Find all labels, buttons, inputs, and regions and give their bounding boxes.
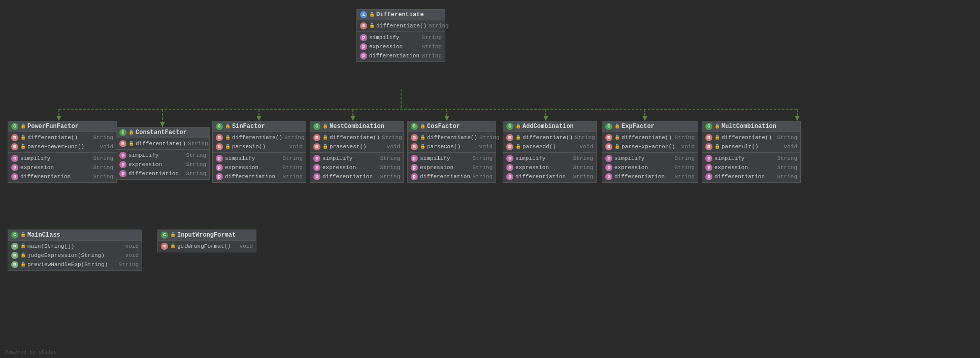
table-row: p simpilify String xyxy=(702,154,800,163)
table-row: m 🔒 parseSin() void xyxy=(213,142,306,151)
badge-field: p xyxy=(411,164,418,171)
lock-icon: 🔒 xyxy=(20,124,25,129)
node-title: ConstantFactor xyxy=(136,129,187,136)
badge-field: p xyxy=(605,173,612,180)
node-header: C 🔒 ConstantFactor xyxy=(116,127,209,138)
table-row: p expression String xyxy=(602,163,698,172)
badge-field: p xyxy=(119,161,126,168)
badge-field: p xyxy=(216,173,223,180)
node-exp-factor[interactable]: C 🔒 ExpFactor m 🔒 differentiate() String… xyxy=(602,121,698,183)
badge-field: p xyxy=(216,164,223,171)
badge-method: m xyxy=(11,252,18,259)
node-differentiate[interactable]: I 🔒 Differentiate m 🔒 differentiate() St… xyxy=(356,9,445,62)
table-row: p simpilify String xyxy=(602,154,698,163)
node-fields: p simpilify String p expression String p… xyxy=(602,153,698,182)
table-row: p expression String xyxy=(213,163,306,172)
badge-method: m xyxy=(11,143,18,150)
node-mult-combination[interactable]: C 🔒 MultCombination m 🔒 differentiate() … xyxy=(702,121,801,183)
badge-field: p xyxy=(119,170,126,177)
badge-class: C xyxy=(11,232,18,239)
svg-marker-7 xyxy=(256,116,262,121)
node-fields: p simpilify String p expression String p… xyxy=(503,153,596,182)
node-main-class[interactable]: C 🔒 MainClass m 🔒 main(String[]) void m … xyxy=(8,230,142,271)
differentiated-string-label: p simpilify String p expression String p… xyxy=(8,153,116,182)
lock-icon: 🔒 xyxy=(225,135,230,140)
lock-icon: 🔒 xyxy=(170,244,175,249)
node-nest-combination[interactable]: C 🔒 NestCombination m 🔒 differentiate() … xyxy=(310,121,404,183)
svg-marker-3 xyxy=(56,116,61,121)
badge-field: p xyxy=(705,164,712,171)
table-row: m 🔒 differentiate() String xyxy=(702,133,800,142)
node-title: InputWrongFormat xyxy=(177,232,236,239)
badge-field: p xyxy=(705,173,712,180)
badge-field: p xyxy=(605,164,612,171)
lock-icon: 🔒 xyxy=(322,124,328,129)
lock-icon: 🔒 xyxy=(515,135,520,140)
node-methods: m 🔒 main(String[]) void m 🔒 judgeExpress… xyxy=(8,241,142,270)
table-row: m 🔒 main(String[]) void xyxy=(8,242,142,251)
node-constant-factor[interactable]: C 🔒 ConstantFactor m 🔒 differentiate() S… xyxy=(116,127,210,180)
badge-class: C xyxy=(705,123,712,130)
node-header: C 🔒 InputWrongFormat xyxy=(158,230,256,241)
badge-method: m xyxy=(605,134,612,141)
badge-method: m xyxy=(605,143,612,150)
table-row: p expression String xyxy=(503,163,596,172)
badge-class: C xyxy=(605,123,612,130)
badge-method: m xyxy=(313,134,320,141)
badge-field: p xyxy=(11,164,18,171)
table-row: p simpilify String xyxy=(116,151,209,160)
node-add-combination[interactable]: C 🔒 AddCombination m 🔒 differentiate() S… xyxy=(503,121,597,183)
table-row: p differentiation String xyxy=(602,172,698,181)
table-row: p simpilify String xyxy=(357,33,445,42)
node-title: CosFactor xyxy=(427,123,460,130)
table-row: p expression String xyxy=(116,160,209,169)
badge-method: m xyxy=(216,134,223,141)
badge-method: m xyxy=(411,134,418,141)
lock-icon: 🔒 xyxy=(225,124,230,129)
node-input-wrong-format[interactable]: C 🔒 InputWrongFormat m 🔒 getWrongFormat(… xyxy=(157,230,256,252)
badge-class: C xyxy=(161,232,168,239)
svg-marker-11 xyxy=(444,116,449,121)
node-fields: p simpilify String p expression String p… xyxy=(310,153,403,182)
badge-field: p xyxy=(313,164,320,171)
node-methods: m 🔒 differentiate() String m 🔒 parseSin(… xyxy=(213,132,306,153)
node-fields: p simpilify String p expression String p… xyxy=(408,153,496,182)
svg-marker-13 xyxy=(543,116,548,121)
lock-icon: 🔒 xyxy=(614,135,619,140)
badge-field: p xyxy=(411,155,418,162)
badge-field: p xyxy=(506,155,513,162)
lock-icon: 🔒 xyxy=(420,144,425,149)
badge-field: p xyxy=(605,155,612,162)
table-row: m 🔒 differentiate() String xyxy=(503,133,596,142)
badge-field: p xyxy=(11,155,18,162)
badge-method: m xyxy=(360,22,367,29)
badge-method: m xyxy=(11,243,18,250)
badge-class: C xyxy=(119,129,126,136)
badge-method: m xyxy=(705,143,712,150)
lock-icon: 🔒 xyxy=(20,244,25,249)
node-title: MultCombination xyxy=(722,123,776,130)
lock-icon: 🔒 xyxy=(714,135,720,140)
node-methods: m 🔒 getWrongFormat() void xyxy=(158,241,256,252)
lock-icon: 🔒 xyxy=(20,144,25,149)
badge-field: p xyxy=(216,155,223,162)
differentiate-fields: p simpilify String p expression String p… xyxy=(357,32,445,61)
lock-icon: 🔒 xyxy=(20,135,25,140)
badge-field: p xyxy=(360,43,367,50)
table-row: m 🔒 getWrongFormat() void xyxy=(158,242,256,251)
node-title: PowerFunFactor xyxy=(27,123,79,130)
node-title: NestCombination xyxy=(330,123,384,130)
differentiate-title: Differentiate xyxy=(376,11,424,18)
node-power-fun-factor[interactable]: C 🔒 PowerFunFactor m 🔒 differentiate() S… xyxy=(8,121,117,183)
lock-icon: 🔒 xyxy=(20,253,25,258)
table-row: p expression String xyxy=(310,163,403,172)
node-sin-factor[interactable]: C 🔒 SinFactor m 🔒 differentiate() String… xyxy=(212,121,306,183)
svg-marker-5 xyxy=(160,122,165,127)
lock-icon: 🔒 xyxy=(714,144,720,149)
lock-icon: 🔒 xyxy=(322,144,328,149)
node-methods: m 🔒 differentiate() String m 🔒 parseCos(… xyxy=(408,132,496,153)
table-row: p differentiation String xyxy=(408,172,496,181)
node-cos-factor[interactable]: C 🔒 CosFactor m 🔒 differentiate() String… xyxy=(407,121,496,183)
node-methods: m 🔒 differentiate() String m 🔒 parseMult… xyxy=(702,132,800,153)
node-header: C 🔒 ExpFactor xyxy=(602,121,698,132)
